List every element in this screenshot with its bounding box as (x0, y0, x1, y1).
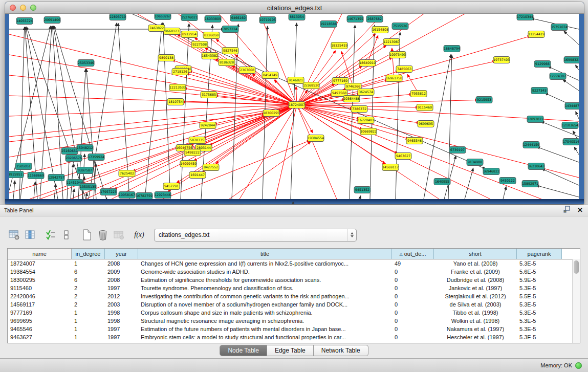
cell-short[interactable]: Dudbridge et al. (2008) (434, 277, 517, 283)
graph-node[interactable]: 7386372 (351, 106, 367, 113)
cell-pagerank[interactable]: 5.3E-5 (517, 310, 562, 316)
tab-node-table[interactable]: Node Table (220, 345, 267, 356)
cell-title[interactable]: Investigating the contribution of common… (138, 293, 392, 299)
graph-node[interactable]: 9215953 (476, 97, 492, 103)
graph-node[interactable]: 1810754 (167, 99, 184, 105)
cell-pagerank[interactable]: 5.3E-5 (517, 301, 562, 308)
graph-node[interactable]: 8186328 (219, 59, 235, 66)
cell-short[interactable]: Hescheler et al. (1997) (434, 334, 517, 340)
column-header-in_degree[interactable]: in_degree (72, 249, 105, 259)
graph-node[interactable]: 9134980 (467, 159, 483, 166)
table-row[interactable]: 1938455462009Genome-wide association stu… (8, 268, 580, 276)
cell-in_degree[interactable]: 1 (72, 326, 105, 332)
graph-node[interactable]: 14055724 (16, 18, 33, 25)
cell-in_degree[interactable]: 2 (72, 301, 105, 308)
graph-node[interactable]: 9450122 (499, 178, 516, 184)
graph-node[interactable]: 3624574 (358, 89, 374, 96)
cell-name[interactable]: 18300295 (8, 277, 72, 283)
column-header-pagerank[interactable]: pagerank (517, 249, 562, 259)
graph-node[interactable]: 16210643 (528, 163, 545, 170)
graph-node[interactable]: 2687682 (366, 16, 383, 23)
close-panel-icon[interactable]: ✕ (577, 206, 583, 214)
graph-node[interactable]: 9451352 (354, 187, 371, 193)
graph-node[interactable]: 15751074 (551, 24, 568, 31)
graph-node[interactable]: 11254419 (528, 31, 545, 38)
graph-node[interactable]: 10669822 (360, 128, 377, 135)
cell-name[interactable]: 9777169 (8, 310, 72, 316)
graph-node[interactable]: 12444159 (523, 142, 539, 148)
graph-node[interactable]: 8454749 (262, 72, 278, 79)
graph-node[interactable]: 2718126 (172, 69, 188, 75)
graph-node[interactable]: 3915951 (9, 171, 24, 178)
cell-short[interactable]: Yano et al. (2008) (434, 260, 517, 267)
graph-node[interactable]: 18325419 (331, 42, 347, 49)
table-row[interactable]: 1830029562008Estimation of significance … (8, 276, 580, 284)
cell-title[interactable]: Tourette syndrome. Phenomenology and cla… (138, 285, 392, 291)
vertical-scrollbar[interactable] (572, 259, 580, 343)
graph-node[interactable]: 5878335 (189, 137, 205, 144)
graph-hub-node[interactable]: 18724007 (289, 102, 305, 108)
graph-node[interactable]: 14569117 (382, 164, 399, 171)
table-row[interactable]: 911546021997Tourette syndrome. Phenomeno… (8, 284, 580, 292)
column-header-short[interactable]: short (434, 249, 517, 259)
cell-in_degree[interactable]: 1 (72, 310, 105, 316)
table-row[interactable]: 1456911722003Disruption of a novel membe… (8, 300, 580, 309)
graph-node[interactable]: 8427552 (203, 164, 219, 171)
zoom-window-button[interactable] (30, 5, 36, 11)
graph-node[interactable]: 12942757 (48, 174, 64, 181)
cell-short[interactable]: Tibbo et al. (1998) (434, 310, 517, 316)
cell-out_degree[interactable]: 49 (392, 260, 434, 267)
cell-year[interactable]: 1997 (105, 334, 138, 340)
delete-button[interactable] (96, 228, 110, 242)
graph-node[interactable]: 15168520 (303, 82, 319, 89)
graph-node[interactable]: 7463822 (148, 25, 165, 32)
graph-node[interactable]: 15892971 (522, 181, 538, 187)
cell-pagerank[interactable]: 5.3E-5 (517, 318, 562, 324)
graph-node[interactable]: 16033809 (205, 16, 221, 23)
graph-node[interactable]: 18300295 (263, 110, 279, 117)
cell-short[interactable]: de Silva et al. (2003) (434, 301, 517, 308)
cell-out_degree[interactable]: 0 (392, 293, 434, 299)
column-select-button[interactable] (23, 228, 37, 242)
column-header-out_degree[interactable]: △out_de... (392, 249, 434, 259)
cell-name[interactable]: 9465546 (8, 326, 72, 332)
graph-node[interactable]: 18640910 (359, 60, 376, 67)
graph-node[interactable]: 16648794 (444, 46, 460, 52)
cell-pagerank[interactable]: 5.6E-5 (517, 269, 562, 275)
table-row[interactable]: 977716911998Corpus callosum shape and si… (8, 309, 580, 317)
graph-node[interactable]: 1640955 (434, 179, 450, 185)
float-panel-icon[interactable] (563, 206, 571, 215)
cell-year[interactable]: 2003 (105, 301, 138, 308)
cell-out_degree[interactable]: 0 (392, 310, 434, 316)
select-all-columns-button[interactable] (43, 228, 58, 242)
tab-edge-table[interactable]: Edge Table (267, 345, 314, 356)
graph-node[interactable]: 8912954 (181, 31, 198, 38)
graph-node[interactable]: 9660123 (164, 28, 180, 35)
graph-node[interactable]: 17359924 (88, 154, 104, 161)
function-builder-button[interactable]: f(x) (132, 228, 146, 242)
graph-node[interactable]: 7955812 (410, 91, 427, 97)
cell-name[interactable]: 22420046 (8, 293, 72, 299)
graph-node[interactable]: 6739197 (449, 147, 466, 154)
graph-node[interactable]: 20364486 (343, 96, 360, 102)
graph-node[interactable]: 19384554 (308, 135, 324, 142)
graph-node[interactable]: 7625402 (119, 170, 135, 177)
graph-node[interactable]: 3175685 (201, 92, 217, 98)
graph-node[interactable]: 9129966 (534, 61, 551, 68)
cell-title[interactable]: Disruption of a novel member of a sodium… (138, 301, 392, 308)
graph-node[interactable]: 14099459 (180, 161, 197, 167)
cell-name[interactable]: 9699695 (8, 318, 72, 324)
graph-node[interactable]: 1691447 (189, 172, 206, 179)
cell-year[interactable]: 2008 (105, 260, 138, 267)
minimize-window-button[interactable] (20, 5, 26, 11)
graph-node[interactable]: 20206576 (66, 155, 82, 162)
graph-node[interactable]: 14344871 (565, 103, 579, 110)
graph-node[interactable]: 25053346 (78, 60, 94, 67)
graph-node[interactable]: 9227343 (531, 87, 548, 94)
graph-node[interactable]: 10719195 (259, 17, 276, 24)
cell-short[interactable]: Wolkin et al. (1998) (434, 318, 517, 324)
graph-node[interactable]: 16998321 (564, 57, 579, 63)
graph-node[interactable]: 8226058 (203, 32, 220, 39)
cell-title[interactable]: Genome-wide association studies in ADHD. (138, 269, 392, 275)
table-row[interactable]: 969969511998Structural magnetic resonanc… (8, 317, 580, 325)
